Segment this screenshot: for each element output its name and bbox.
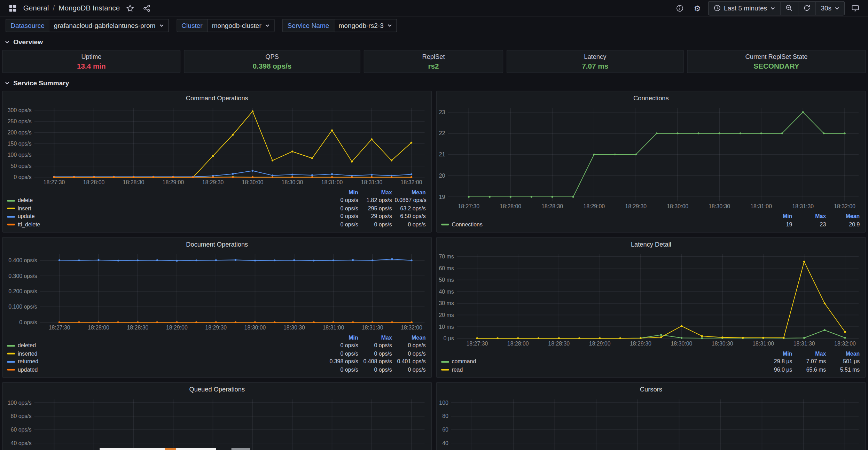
svg-text:18:32:00: 18:32:00 [401, 179, 422, 185]
legend-stat-value: 29.8 µs [761, 358, 792, 366]
svg-text:60 ms: 60 ms [439, 265, 454, 271]
legend-stat-header[interactable]: Min [761, 350, 792, 358]
svg-text:18:29:00: 18:29:00 [583, 203, 605, 209]
legend-item-update[interactable]: update 0 ops/s29 ops/s6.50 ops/s [7, 213, 426, 221]
svg-text:18:32:00: 18:32:00 [834, 341, 856, 347]
refresh-interval-picker[interactable]: 30s [815, 1, 844, 15]
chevron-down-icon [5, 80, 10, 86]
cursors-chart[interactable]: 2040608010018:27:3018:28:0018:28:3018:29… [439, 396, 863, 450]
svg-text:18:31:30: 18:31:30 [792, 203, 814, 209]
svg-text:18:27:30: 18:27:30 [49, 325, 70, 331]
breadcrumb-separator: / [53, 4, 55, 12]
legend-stat-header[interactable]: Mean [829, 213, 860, 221]
breadcrumb-folder[interactable]: General [23, 4, 49, 12]
legend-stat-value: 29 ops/s [361, 213, 392, 221]
legend-stat-header[interactable]: Max [361, 188, 392, 196]
legend-stat-header[interactable]: Min [327, 334, 358, 342]
svg-text:18:30:00: 18:30:00 [667, 203, 688, 209]
legend-stat-value: 295 ops/s [361, 205, 392, 213]
favorite-star-button[interactable] [123, 1, 138, 15]
legend-stat-header[interactable]: Max [795, 213, 826, 221]
filter-value-dropdown[interactable]: grafanacloud-gabrielantunes-prom [49, 19, 169, 32]
svg-text:100 ops/s: 100 ops/s [8, 152, 32, 158]
svg-text:250 ops/s: 250 ops/s [8, 118, 32, 124]
refresh-button[interactable] [798, 1, 815, 15]
panel-title[interactable]: Cursors [437, 383, 866, 396]
svg-text:18:31:30: 18:31:30 [361, 179, 383, 185]
legend-stat-value: 23 [795, 221, 826, 229]
time-controls-group: Last 5 minutes 30s [708, 1, 845, 15]
legend-item-connections[interactable]: Connections 192320.9 [441, 221, 860, 229]
top-navigation-bar: General / MongoDB Instance ⚙ Last 5 minu… [0, 0, 868, 17]
svg-text:50 ms: 50 ms [439, 277, 454, 283]
svg-text:18:27:30: 18:27:30 [466, 341, 488, 347]
chart-canvas: 0 ops/s0.100 ops/s0.200 ops/s0.300 ops/s… [5, 251, 429, 333]
svg-text:0 ops/s: 0 ops/s [19, 319, 37, 325]
panel-title[interactable]: Latency Detail [437, 238, 866, 251]
panel-title[interactable]: Document Operations [3, 238, 431, 251]
svg-text:18:31:00: 18:31:00 [321, 179, 343, 185]
legend-stat-value: 0 ops/s [361, 342, 392, 350]
chart-canvas: 192021222318:27:3018:28:0018:28:3018:29:… [439, 105, 863, 212]
latency-detail-chart[interactable]: 0 µs10 ms20 ms30 ms40 ms50 ms60 ms70 ms1… [439, 251, 863, 349]
connections-chart[interactable]: 192021222318:27:3018:28:0018:28:3018:29:… [439, 105, 863, 212]
chevron-down-icon [388, 24, 392, 27]
series-name: read [452, 366, 463, 374]
series-color-swatch [441, 361, 449, 363]
time-range-picker[interactable]: Last 5 minutes [709, 1, 780, 15]
panel-title[interactable]: Connections [437, 91, 866, 104]
legend-stat-header[interactable]: Min [327, 188, 358, 196]
dashboards-grid-icon[interactable] [6, 1, 20, 15]
legend-stat-value: 7.07 ms [795, 358, 826, 366]
svg-text:30 ms: 30 ms [439, 300, 454, 306]
legend-item-delete[interactable]: delete 0 ops/s1.82 ops/s0.0867 ops/s [7, 196, 426, 204]
series-name: deleted [18, 342, 36, 350]
legend-item-returned[interactable]: returned 0.398 ops/s0.408 ops/s0.401 ops… [7, 358, 426, 366]
legend-stat-value: 5.51 ms [829, 366, 860, 374]
zoom-out-time-button[interactable] [780, 1, 798, 15]
legend-stat-header[interactable]: Max [795, 350, 826, 358]
stat-title: Current ReplSet State [745, 53, 808, 60]
refresh-interval-label: 30s [821, 4, 831, 12]
command-operations-chart[interactable]: 0 ops/s50 ops/s100 ops/s150 ops/s200 ops… [5, 105, 429, 188]
document-operations-chart[interactable]: 0 ops/s0.100 ops/s0.200 ops/s0.300 ops/s… [5, 251, 429, 333]
overview-stats-row: Uptime 13.4 min QPS 0.398 ops/s ReplSet … [0, 49, 868, 77]
legend-stat-value: 20.9 [829, 221, 860, 229]
panel-title[interactable]: Queued Operations [3, 383, 431, 396]
filters-row: Datasource grafanacloud-gabrielantunes-p… [0, 17, 868, 36]
filter-value-dropdown[interactable]: mongodb-rs2-3 [334, 19, 397, 32]
dashboard-info-button[interactable] [672, 1, 687, 15]
section-header-overview[interactable]: Overview [0, 36, 868, 49]
legend-stat-header[interactable]: Min [761, 213, 792, 221]
filter-value-dropdown[interactable]: mongodb-cluster [207, 19, 275, 32]
chevron-down-icon [835, 6, 839, 10]
legend-header: MinMaxMean [7, 188, 426, 196]
svg-text:0.100 ops/s: 0.100 ops/s [8, 304, 37, 310]
dashboard-settings-button[interactable]: ⚙ [690, 1, 704, 15]
legend-stat-header[interactable]: Mean [395, 334, 426, 342]
svg-text:18:27:30: 18:27:30 [458, 203, 479, 209]
share-dashboard-button[interactable] [140, 1, 154, 15]
svg-text:18:31:00: 18:31:00 [322, 325, 344, 331]
filter-label: Cluster [177, 19, 207, 32]
svg-text:18:28:30: 18:28:30 [123, 179, 144, 185]
legend-item-command[interactable]: command 29.8 µs7.07 ms501 µs [441, 358, 860, 366]
stat-value: rs2 [428, 62, 439, 70]
panel-title[interactable]: Command Operations [3, 91, 431, 104]
tv-mode-button[interactable] [848, 1, 862, 15]
monitor-icon [851, 4, 859, 12]
legend-item-insert[interactable]: insert 0 ops/s295 ops/s63.2 ops/s [7, 205, 426, 213]
stat-title: QPS [265, 53, 279, 60]
queued-operations-chart[interactable]: 20 ops/s40 ops/s60 ops/s80 ops/s100 ops/… [5, 396, 429, 450]
legend-item-inserted[interactable]: inserted 0 ops/s0 ops/s0 ops/s [7, 350, 426, 358]
svg-text:22: 22 [439, 130, 445, 136]
legend-item-deleted[interactable]: deleted 0 ops/s0 ops/s0 ops/s [7, 342, 426, 350]
legend-stat-header[interactable]: Mean [395, 188, 426, 196]
legend-item-updated[interactable]: updated 0 ops/s0 ops/s0 ops/s [7, 366, 426, 374]
section-header-service-summary[interactable]: Service Summary [0, 76, 868, 90]
legend-stat-header[interactable]: Mean [829, 350, 860, 358]
legend-item-read[interactable]: read 96.0 µs65.6 ms5.51 ms [441, 366, 860, 374]
legend-item-ttl-delete[interactable]: ttl_delete 0 ops/s0 ops/s0 ops/s [7, 221, 426, 229]
legend-stat-header[interactable]: Max [361, 334, 392, 342]
svg-text:18:27:30: 18:27:30 [44, 179, 65, 185]
